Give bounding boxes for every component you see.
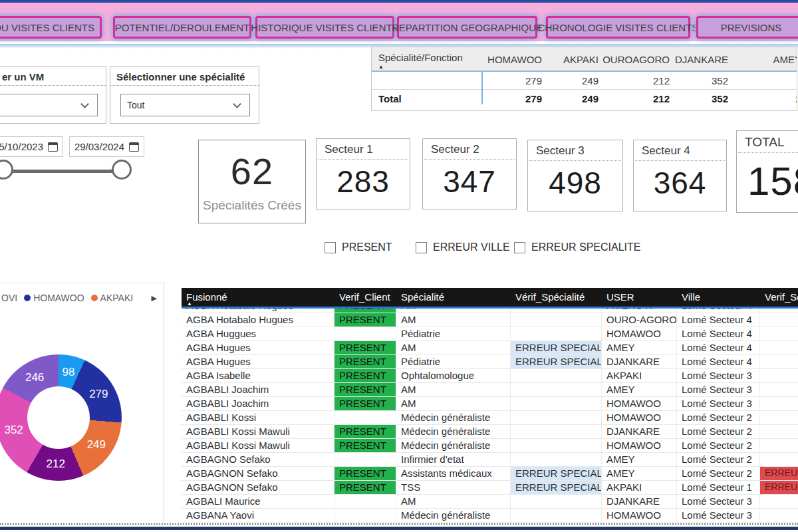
table-col-header-user[interactable]: USER bbox=[602, 288, 677, 307]
checkbox-erreur-ville[interactable]: ERREUR VILLE bbox=[416, 241, 510, 253]
table-cell: DJANKARE bbox=[602, 425, 677, 438]
checkbox-present[interactable]: PRESENT bbox=[325, 241, 392, 253]
legend-item-ovi[interactable]: OVI bbox=[1, 293, 17, 303]
donut-panel: OVIHOMAWOOAKPAKI ▶ 98279249212352246 bbox=[0, 283, 164, 523]
table-body: AGBA Hotabalo HuguesPRESENTAMOURO-AGOROL… bbox=[182, 313, 798, 523]
table-cell: AGBABLI Kossi Mawuli bbox=[182, 439, 334, 452]
matrix-col-header[interactable]: DJANKARE bbox=[674, 47, 732, 70]
detail-table: Fusionné▲Verif_ClientSpécialitéVérif_Spé… bbox=[182, 288, 798, 525]
table-row[interactable]: AGBABLI KossiMédecin généralisteHOMAWOOL… bbox=[182, 411, 798, 425]
matrix-body: 279249212352Total2792492123522 bbox=[372, 72, 797, 107]
matrix-value-cell: 212 bbox=[602, 93, 674, 104]
table-cell: AM bbox=[396, 383, 511, 396]
legend-next-icon[interactable]: ▶ bbox=[152, 294, 157, 303]
table-cell: Médecin généraliste bbox=[396, 411, 511, 424]
donut-chart[interactable]: 98279249212352246 bbox=[0, 354, 122, 481]
matrix-value-cell: 352 bbox=[674, 93, 732, 104]
matrix-total-row: Total2792492123522 bbox=[372, 89, 797, 107]
chart-legend: OVIHOMAWOOAKPAKI bbox=[1, 293, 133, 303]
tab-potentiel-deroulement[interactable]: POTENTIEL/DEROULEMENT bbox=[113, 16, 251, 39]
kpi-card-title: Secteur 4 bbox=[635, 140, 725, 161]
top-tab-band: ENDU VISITES CLIENTSPOTENTIEL/DEROULEMEN… bbox=[0, 0, 798, 41]
matrix-col-header[interactable]: AMEY bbox=[732, 47, 797, 70]
table-cell: AM bbox=[396, 397, 511, 410]
table-cell: AGBABLI Joachim bbox=[182, 383, 334, 396]
table-col-header-fusionn-[interactable]: Fusionné▲ bbox=[182, 288, 334, 307]
table-col-header-verif-se[interactable]: Verif_Se bbox=[760, 288, 798, 307]
table-row[interactable]: AGBA HuguesPRESENTAMERREUR SPECIALITEAME… bbox=[182, 341, 798, 355]
table-cell: Pédiatrie bbox=[396, 355, 511, 368]
date-end-input[interactable]: 29/03/2024 bbox=[69, 136, 144, 157]
table-col-header-sp-cialit-[interactable]: Spécialité bbox=[396, 288, 511, 307]
table-row[interactable]: AGBABLI Kossi MawuliPRESENTMédecin génér… bbox=[182, 425, 798, 439]
matrix-col-header[interactable]: HOMAWOO bbox=[481, 47, 546, 70]
donut-hole bbox=[27, 386, 90, 449]
table-cell bbox=[334, 509, 396, 522]
table-row[interactable]: AGBABLI JoachimPRESENTAMHOMAWOOLomé Sect… bbox=[182, 397, 798, 411]
matrix-value-cell: 352 bbox=[674, 75, 732, 86]
table-cell: HOMAWOO bbox=[602, 327, 677, 340]
tab-previsions[interactable]: PREVISIONS bbox=[696, 16, 798, 39]
kpi-card-secteur-3: Secteur 3498 bbox=[527, 140, 623, 211]
matrix-row-header[interactable]: Spécialité/Fonction▲ bbox=[372, 47, 481, 70]
legend-label: HOMAWOO bbox=[33, 293, 84, 303]
kpi-card-secteur-1: Secteur 1283 bbox=[316, 138, 410, 209]
table-cell: AGBA Hotabalo Hugues bbox=[182, 309, 334, 313]
table-cell: Lomé Secteur 4 bbox=[677, 327, 760, 340]
donut-slice-label: 246 bbox=[25, 371, 44, 384]
matrix-col-header[interactable]: AKPAKI bbox=[546, 47, 602, 70]
legend-item-homawoo[interactable]: HOMAWOO bbox=[24, 293, 84, 303]
table-row[interactable]: AGBAGNO SefakoInfirmier d'etatAMEYLomé S… bbox=[182, 453, 798, 467]
kpi-card-title: TOTAL bbox=[738, 131, 798, 153]
tab-chronologie-visites-clients[interactable]: CHRONOLOGIE VISITES CLIENTS bbox=[546, 16, 690, 39]
date-slider-track[interactable] bbox=[5, 170, 124, 173]
table-cell bbox=[760, 439, 798, 452]
table-cell bbox=[511, 313, 602, 327]
legend-item-akpaki[interactable]: AKPAKI bbox=[91, 293, 134, 303]
checkbox-label: ERREUR SPECIALITE bbox=[531, 241, 640, 253]
table-row[interactable]: AGBAGNON SefakoPRESENTTSSERREUR SPECIALI… bbox=[182, 481, 798, 495]
table-cell bbox=[511, 453, 602, 466]
tab-repartition-geographique[interactable]: REPARTITION GEOGRAPHIQUE bbox=[397, 16, 537, 39]
vm-dropdown[interactable] bbox=[0, 94, 98, 116]
table-row[interactable]: AGBABLI Kossi MawuliPRESENTMédecin génér… bbox=[182, 439, 798, 453]
table-cell bbox=[511, 369, 602, 382]
checkbox-erreur-specialite[interactable]: ERREUR SPECIALITE bbox=[514, 241, 640, 253]
checkbox-box-icon[interactable] bbox=[325, 242, 336, 253]
table-cell bbox=[760, 309, 798, 313]
checkbox-box-icon[interactable] bbox=[514, 242, 525, 253]
table-col-header-v-rif-sp-cialit-[interactable]: Vérif_Spécialité bbox=[511, 288, 602, 307]
specialite-dropdown[interactable]: Tout bbox=[120, 94, 250, 116]
tab-endu-visites-clients[interactable]: ENDU VISITES CLIENTS bbox=[0, 16, 102, 39]
table-cell bbox=[334, 411, 396, 424]
table-col-header-ville[interactable]: Ville bbox=[677, 288, 760, 307]
table-cell: AMENOVI bbox=[602, 309, 677, 313]
table-row[interactable]: AGBA HugguesPédiatrieHOMAWOOLomé Secteur… bbox=[182, 327, 798, 341]
table-cell: Lomé Secteur 3 bbox=[677, 383, 760, 396]
table-cell: Lomé Secteur 3 bbox=[677, 369, 760, 382]
table-row[interactable]: AGBANA YaoviMédecin généralisteHOMAWOOLo… bbox=[182, 509, 798, 523]
date-slider-handle-left[interactable] bbox=[0, 160, 13, 180]
table-cell: AGBA Huggues bbox=[182, 327, 334, 340]
specialite-filter-panel: Sélectionner une spécialité Tout bbox=[110, 66, 259, 124]
table-cell: Pédiatrie bbox=[396, 327, 511, 340]
table-cell: ERREUR bbox=[760, 481, 798, 494]
table-row-clipped: AGBA Hotabalo HuguesPRESENTAMAMENOVILomé… bbox=[182, 309, 798, 313]
tab-historique-visites-clients[interactable]: HISTORIQUE VISITES CLIENTS bbox=[255, 16, 394, 39]
table-col-header-verif-client[interactable]: Verif_Client bbox=[334, 288, 396, 307]
table-row[interactable]: AGBA Hotabalo HuguesPRESENTAMOURO-AGOROL… bbox=[182, 313, 798, 327]
table-row[interactable]: AGBABLI JoachimPRESENTAMAMEYLomé Secteur… bbox=[182, 383, 798, 397]
table-cell: AGBAGNO Sefako bbox=[182, 453, 334, 466]
table-cell bbox=[511, 509, 602, 522]
table-row[interactable]: AGBA IsabellePRESENTOphtalomologueAKPAKI… bbox=[182, 369, 798, 383]
kpi-specialites-crees: 62 Spécialités Créés bbox=[198, 140, 306, 223]
table-row[interactable]: AGBALI MauriceAMDJANKARELomé Secteur 3 bbox=[182, 495, 798, 509]
matrix-col-header[interactable]: OUROAGORO bbox=[602, 47, 674, 70]
specialite-fonction-matrix: Spécialité/Fonction▲HOMAWOOAKPAKIOUROAGO… bbox=[371, 47, 797, 111]
table-row[interactable]: AGBA Hotabalo HuguesPRESENTAMAMENOVILomé… bbox=[182, 309, 798, 313]
table-row[interactable]: AGBA HuguesPRESENTPédiatrieERREUR SPECIA… bbox=[182, 355, 798, 369]
table-row[interactable]: AGBAGNON SefakoPRESENTAssistants médicau… bbox=[182, 467, 798, 481]
date-slider-handle-right[interactable] bbox=[112, 160, 132, 180]
checkbox-box-icon[interactable] bbox=[416, 242, 427, 253]
date-start-input[interactable]: 5/10/2023 bbox=[0, 136, 63, 157]
